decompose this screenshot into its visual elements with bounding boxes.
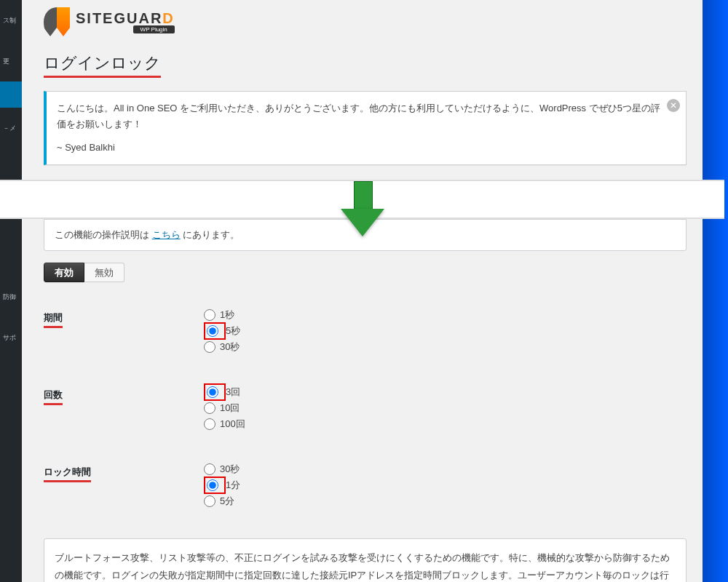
field-label-period: 期間 <box>44 311 63 328</box>
content-break <box>0 180 724 219</box>
field-label-count: 回数 <box>44 388 63 405</box>
help-suffix: にあります。 <box>181 229 240 240</box>
radio-label: 1秒 <box>220 308 234 322</box>
period-options: 1秒5秒30秒 <box>204 307 687 384</box>
radio-label: 5秒 <box>226 324 240 338</box>
notice-text: こんにちは。All in One SEO をご利用いただき、ありがとうございます… <box>57 100 661 132</box>
radio-count-0[interactable] <box>207 386 218 398</box>
radio-label: 10回 <box>220 402 240 415</box>
radio-selected-highlight <box>204 477 226 494</box>
radio-count-1[interactable] <box>204 402 215 414</box>
sidebar-item[interactable]: －メ <box>0 108 22 148</box>
count-options: 3回10回100回 <box>204 384 687 461</box>
radio-selected-highlight <box>204 322 226 340</box>
page-title: ログインロック <box>44 52 161 78</box>
radio-period-1[interactable] <box>207 325 218 337</box>
radio-label: 1分 <box>226 479 240 492</box>
radio-count-2[interactable] <box>204 418 215 430</box>
sidebar-item[interactable]: 防御 <box>0 276 22 317</box>
arrow-down-icon <box>341 181 384 247</box>
sidebar-item[interactable]: ス制 <box>0 0 22 41</box>
help-link[interactable]: こちら <box>152 229 181 240</box>
enable-toggle: 有効無効 <box>44 263 687 282</box>
radio-lock-2[interactable] <box>204 495 215 507</box>
main-content: SITEGUARD WP Plugin ログインロック こんにちは。All in… <box>22 0 703 582</box>
lock-options: 30秒1分5分 <box>204 461 687 538</box>
shield-icon <box>44 7 70 36</box>
field-label-lock: ロック時間 <box>44 466 91 482</box>
sidebar-item[interactable]: 更 <box>0 41 22 81</box>
settings-table: 期間 1秒5秒30秒 回数 3回10回100回 ロック時間 30秒1分5分 <box>44 307 687 538</box>
radio-period-2[interactable] <box>204 341 215 353</box>
admin-sidebar: ス制 更 －メ 防御 サポ <box>0 0 22 582</box>
radio-period-0[interactable] <box>204 309 215 321</box>
notice-signature: ~ Syed Balkhi <box>57 140 661 156</box>
radio-label: 100回 <box>220 418 245 431</box>
sidebar-item[interactable]: サポ <box>0 317 22 358</box>
close-icon[interactable]: ✕ <box>667 99 680 112</box>
radio-label: 30秒 <box>220 463 240 476</box>
toggle-on-button[interactable]: 有効 <box>44 263 84 282</box>
radio-label: 30秒 <box>220 340 240 354</box>
outer-frame-right <box>703 0 728 582</box>
feature-description: ブルートフォース攻撃、リスト攻撃等の、不正にログインを試みる攻撃を受けにくくする… <box>44 538 687 582</box>
radio-label: 3回 <box>226 386 240 399</box>
help-prefix: この機能の操作説明は <box>55 229 152 240</box>
sidebar-item-active[interactable] <box>0 81 22 108</box>
radio-selected-highlight <box>204 383 226 401</box>
admin-notice: こんにちは。All in One SEO をご利用いただき、ありがとうございます… <box>44 91 687 165</box>
toggle-off-button[interactable]: 無効 <box>84 263 124 282</box>
radio-lock-1[interactable] <box>207 479 218 491</box>
radio-label: 5分 <box>220 495 234 508</box>
logo-subtext: WP Plugin <box>133 25 175 33</box>
radio-lock-0[interactable] <box>204 463 215 475</box>
logo-text: SITEGUARD <box>76 10 175 27</box>
plugin-logo: SITEGUARD WP Plugin <box>44 0 687 36</box>
